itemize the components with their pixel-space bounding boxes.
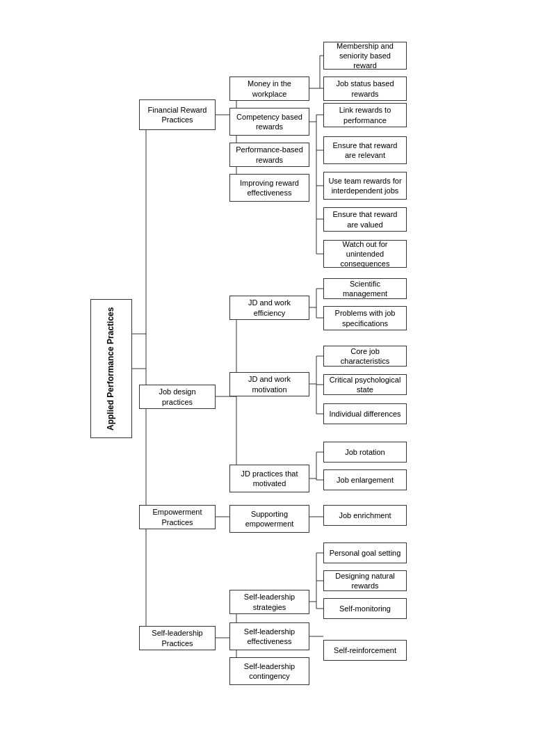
money-node: Money in the workplace: [229, 77, 309, 101]
job-status-node: Job status based rewards: [323, 77, 407, 101]
link-rewards-node: Link rewards to performance: [323, 103, 407, 127]
jd-motivation-node: JD and work motivation: [229, 372, 309, 396]
self-effectiveness-node: Self-leadership effectiveness: [229, 622, 309, 650]
designing-node: Designing natural rewards: [323, 570, 407, 591]
ensure-valued-node: Ensure that reward are valued: [323, 207, 407, 232]
empowerment-node: Empowerment Practices: [139, 505, 216, 529]
use-team-node: Use team rewards for interdependent jobs: [323, 172, 407, 200]
competency-node: Competency based rewards: [229, 108, 309, 136]
self-strategies-node: Self-leadership strategies: [229, 590, 309, 614]
financial-node: Financial Reward Practices: [139, 99, 216, 130]
membership-node: Membership and seniority based reward: [323, 42, 407, 70]
jd-practices-node: JD practices that motivated: [229, 465, 309, 492]
jd-efficiency-node: JD and work efficiency: [229, 296, 309, 320]
supporting-node: Supporting empowerment: [229, 505, 309, 533]
performance-based-node: Performance-based rewards: [229, 143, 309, 167]
improving-node: Improving reward effectiveness: [229, 174, 309, 202]
problems-node: Problems with job specifications: [323, 306, 407, 330]
self-monitoring-node: Self-monitoring: [323, 598, 407, 619]
self-contingency-node: Self-leadership contingency: [229, 657, 309, 685]
diagram: Applied Performance Practices Financial …: [0, 0, 534, 756]
ensure-relevant-node: Ensure that reward are relevant: [323, 136, 407, 164]
personal-goal-node: Personal goal setting: [323, 542, 407, 563]
job-enrichment-node: Job enrichment: [323, 505, 407, 526]
critical-node: Critical psychological state: [323, 374, 407, 395]
scientific-node: Scientific management: [323, 278, 407, 299]
job-rotation-node: Job rotation: [323, 442, 407, 463]
job-design-node: Job design practices: [139, 385, 216, 409]
watch-out-node: Watch out for unintended consequences: [323, 240, 407, 268]
root-node: Applied Performance Practices: [90, 299, 132, 438]
core-job-node: Core job characteristics: [323, 346, 407, 367]
individual-node: Individual differences: [323, 403, 407, 424]
job-enlargement-node: Job enlargement: [323, 469, 407, 490]
self-reinforcement-node: Self-reinforcement: [323, 640, 407, 661]
self-leadership-node: Self-leadership Practices: [139, 626, 216, 650]
